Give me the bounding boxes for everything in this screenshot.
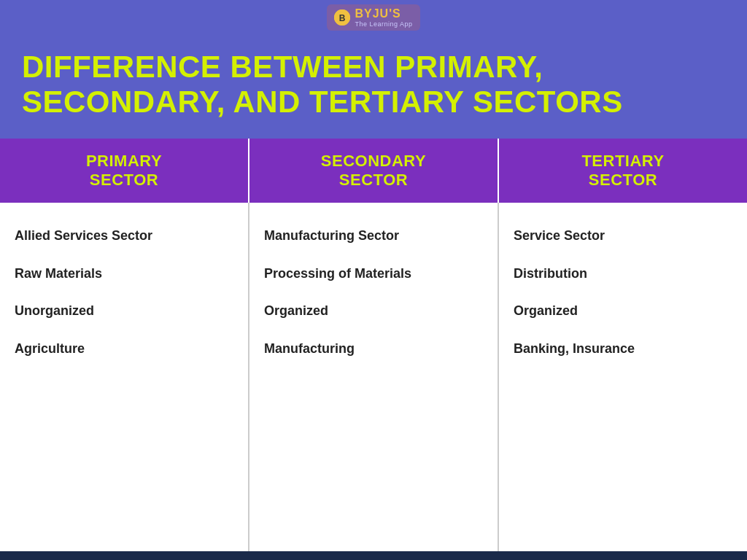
logo-badge: B BYJU'S The Learning App bbox=[327, 4, 419, 31]
primary-sector-column: Allied Services Sector Raw Materials Uno… bbox=[0, 203, 249, 551]
bottom-bar bbox=[0, 551, 747, 560]
table-section: PRIMARY SECTOR SECONDARY SECTOR TERTIARY… bbox=[0, 139, 747, 551]
tertiary-sector-header-text: TERTIARY SECTOR bbox=[514, 152, 732, 190]
list-item: Processing of Materials bbox=[264, 255, 483, 292]
primary-line2: SECTOR bbox=[90, 171, 158, 189]
brand-name: BYJU'S bbox=[355, 7, 400, 20]
list-item: Organized bbox=[264, 292, 483, 330]
list-item: Agriculture bbox=[15, 330, 233, 368]
tertiary-sector-header: TERTIARY SECTOR bbox=[499, 139, 747, 203]
primary-line1: PRIMARY bbox=[86, 152, 162, 170]
list-item: Service Sector bbox=[514, 217, 732, 254]
column-headers-row: PRIMARY SECTOR SECONDARY SECTOR TERTIARY… bbox=[0, 139, 747, 203]
list-item: Manufacturing bbox=[264, 330, 483, 368]
byju-icon: B bbox=[334, 9, 350, 26]
list-item: Manufacturing Sector bbox=[264, 217, 483, 254]
secondary-sector-header-text: SECONDARY SECTOR bbox=[264, 152, 483, 190]
data-rows: Allied Services Sector Raw Materials Uno… bbox=[0, 203, 747, 551]
list-item: Banking, Insurance bbox=[514, 330, 732, 368]
secondary-line1: SECONDARY bbox=[321, 152, 426, 170]
primary-sector-header-text: PRIMARY SECTOR bbox=[15, 152, 233, 190]
tertiary-line1: TERTIARY bbox=[581, 152, 664, 170]
primary-sector-header: PRIMARY SECTOR bbox=[0, 139, 249, 203]
secondary-sector-header: SECONDARY SECTOR bbox=[249, 139, 499, 203]
list-item: Organized bbox=[514, 292, 732, 330]
list-item: Allied Services Sector bbox=[15, 217, 233, 254]
list-item: Distribution bbox=[514, 255, 732, 292]
page-wrapper: B BYJU'S The Learning App DIFFERENCE BET… bbox=[0, 0, 747, 560]
page-title: DIFFERENCE BETWEEN PRIMARY, SECONDARY, A… bbox=[22, 50, 725, 120]
svg-text:B: B bbox=[339, 13, 346, 23]
secondary-line2: SECTOR bbox=[339, 171, 408, 189]
brand-tagline: The Learning App bbox=[355, 20, 412, 28]
list-item: Raw Materials bbox=[15, 255, 233, 292]
tertiary-sector-column: Service Sector Distribution Organized Ba… bbox=[499, 203, 747, 551]
logo-bar: B BYJU'S The Learning App bbox=[0, 0, 747, 35]
logo-text: BYJU'S The Learning App bbox=[355, 7, 412, 28]
tertiary-line2: SECTOR bbox=[589, 171, 657, 189]
list-item: Unorganized bbox=[15, 292, 233, 330]
header-section: DIFFERENCE BETWEEN PRIMARY, SECONDARY, A… bbox=[0, 35, 747, 139]
secondary-sector-column: Manufacturing Sector Processing of Mater… bbox=[249, 203, 499, 551]
